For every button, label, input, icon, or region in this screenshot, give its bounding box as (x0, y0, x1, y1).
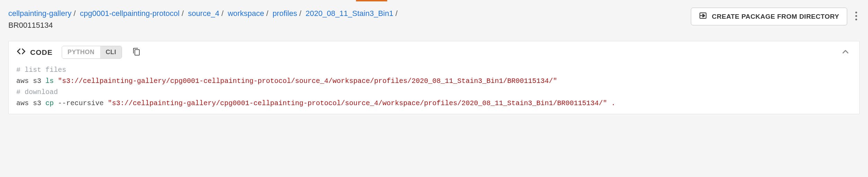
code-line: aws s3 cp --recursive "s3://cellpainting… (16, 99, 615, 107)
breadcrumb-link[interactable]: profiles (272, 9, 297, 18)
code-icon (16, 47, 26, 58)
tab-python[interactable]: PYTHON (62, 46, 100, 58)
code-comment: # list files (16, 66, 66, 74)
more-vertical-icon (855, 11, 858, 22)
breadcrumb-separator: / (219, 9, 226, 18)
svg-point-3 (855, 18, 857, 20)
breadcrumb-separator: / (264, 9, 270, 18)
language-toggle: PYTHON CLI (62, 46, 122, 59)
top-accent-bar (0, 0, 868, 1)
more-menu-button[interactable] (853, 9, 860, 24)
copy-icon (132, 48, 141, 57)
create-package-button[interactable]: CREATE PACKAGE FROM DIRECTORY (691, 8, 847, 25)
code-line: aws s3 ls "s3://cellpainting-gallery/cpg… (16, 77, 557, 85)
code-body[interactable]: # list files aws s3 ls "s3://cellpaintin… (9, 63, 859, 114)
svg-point-1 (855, 11, 857, 13)
breadcrumb: cellpainting-gallery/ cpg0001-cellpainti… (8, 8, 683, 31)
code-panel-title-text: CODE (30, 48, 53, 57)
breadcrumb-separator: / (180, 9, 186, 18)
tab-cli[interactable]: CLI (100, 46, 122, 58)
breadcrumb-link[interactable]: workspace (228, 9, 264, 18)
export-icon (699, 11, 707, 22)
code-panel-title: CODE (16, 47, 53, 58)
breadcrumb-separator: / (297, 9, 303, 18)
create-package-label: CREATE PACKAGE FROM DIRECTORY (712, 13, 839, 20)
copy-button[interactable] (131, 46, 142, 58)
breadcrumb-current: BR00115134 (8, 19, 683, 31)
collapse-button[interactable] (839, 45, 852, 59)
breadcrumb-link[interactable]: cellpainting-gallery (8, 9, 71, 18)
breadcrumb-link[interactable]: 2020_08_11_Stain3_Bin1 (305, 9, 393, 18)
code-block: # list files aws s3 ls "s3://cellpaintin… (16, 65, 852, 109)
code-panel: CODE PYTHON CLI (8, 41, 860, 114)
breadcrumb-link[interactable]: cpg0001-cellpainting-protocol (80, 9, 179, 18)
breadcrumb-separator: / (71, 9, 78, 18)
page: cellpainting-gallery/ cpg0001-cellpainti… (0, 1, 868, 123)
chevron-up-icon (841, 52, 850, 58)
breadcrumb-separator: / (393, 9, 400, 18)
header-actions: CREATE PACKAGE FROM DIRECTORY (691, 8, 860, 25)
header-row: cellpainting-gallery/ cpg0001-cellpainti… (8, 8, 860, 31)
code-panel-header: CODE PYTHON CLI (9, 41, 859, 63)
code-comment: # download (16, 88, 58, 96)
breadcrumb-link[interactable]: source_4 (188, 9, 219, 18)
svg-point-2 (855, 15, 857, 17)
